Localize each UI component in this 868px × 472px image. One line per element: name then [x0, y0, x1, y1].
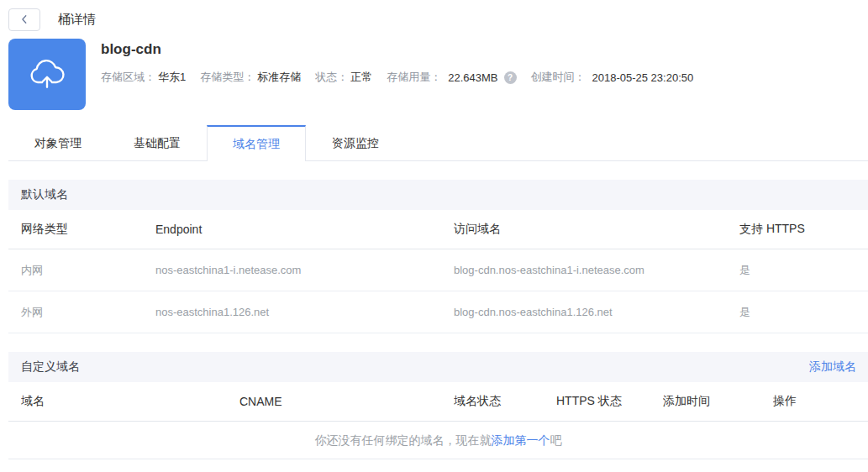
- tab-bar: 对象管理 基础配置 域名管理 资源监控: [8, 125, 868, 161]
- add-first-domain-link[interactable]: 添加第一个: [492, 433, 550, 447]
- col-actions: 操作: [773, 394, 868, 409]
- endpoint-value: nos-eastchina1-i.netease.com: [155, 264, 454, 276]
- custom-domain-table-header: 域名 CNAME 域名状态 HTTPS 状态 添加时间 操作: [8, 382, 868, 422]
- back-button[interactable]: [8, 8, 40, 31]
- default-domain-table: 网络类型 Endpoint 访问域名 支持 HTTPS 内网 nos-eastc…: [8, 210, 868, 333]
- top-bar: 桶详情: [8, 0, 868, 31]
- custom-domain-table: 域名 CNAME 域名状态 HTTPS 状态 添加时间 操作 你还没有任何绑定的…: [8, 382, 868, 459]
- access-domain-value: blog-cdn.nos-eastchina1-i.netease.com: [454, 264, 739, 276]
- network-type-value: 内网: [21, 263, 155, 278]
- table-row: 内网 nos-eastchina1-i.netease.com blog-cdn…: [8, 249, 868, 291]
- tab-domain-management[interactable]: 域名管理: [207, 125, 306, 161]
- col-domain-status: 域名状态: [454, 394, 556, 409]
- col-domain: 域名: [21, 394, 239, 409]
- add-domain-button[interactable]: 添加域名: [809, 359, 856, 375]
- default-domain-section-bar: 默认域名: [8, 180, 868, 210]
- col-cname: CNAME: [239, 395, 454, 408]
- empty-state: 你还没有任何绑定的域名，现在就添加第一个吧: [8, 422, 868, 459]
- tab-basic-config[interactable]: 基础配置: [108, 125, 207, 160]
- endpoint-value: nos-eastchina1.126.net: [155, 306, 454, 318]
- tab-object-management[interactable]: 对象管理: [8, 125, 108, 160]
- col-endpoint: Endpoint: [155, 223, 454, 236]
- bucket-meta: blog-cdn 存储区域： 华东1 存储类型： 标准存储 状态： 正常 存储用…: [101, 39, 708, 110]
- empty-state-text: 你还没有任何绑定的域名，现在就: [315, 433, 492, 447]
- bucket-detail-page: 桶详情 blog-cdn 存储区域： 华东1 存储类型： 标准存储: [8, 0, 868, 459]
- custom-domain-section-title: 自定义域名: [21, 359, 80, 375]
- https-support-value: 是: [739, 305, 868, 320]
- bucket-name: blog-cdn: [101, 39, 708, 60]
- col-access-domain: 访问域名: [454, 222, 739, 237]
- tab-resource-monitor[interactable]: 资源监控: [306, 125, 405, 160]
- default-domain-table-header: 网络类型 Endpoint 访问域名 支持 HTTPS: [8, 210, 868, 249]
- info-storage-region: 存储区域： 华东1: [101, 70, 186, 85]
- col-https-status: HTTPS 状态: [556, 394, 663, 409]
- info-storage-type: 存储类型： 标准存储: [200, 70, 301, 85]
- info-storage-usage: 存储用量： 22.643MB ?: [387, 70, 516, 85]
- info-status: 状态： 正常: [315, 70, 372, 85]
- https-support-value: 是: [739, 263, 868, 278]
- info-create-time: 创建时间： 2018-05-25 23:20:50: [531, 70, 694, 85]
- bucket-info-line: 存储区域： 华东1 存储类型： 标准存储 状态： 正常 存储用量： 22.643…: [101, 70, 708, 85]
- page-title: 桶详情: [58, 12, 96, 28]
- bucket-header: blog-cdn 存储区域： 华东1 存储类型： 标准存储 状态： 正常 存储用…: [8, 39, 868, 110]
- default-domain-section-title: 默认域名: [21, 187, 68, 202]
- table-row: 外网 nos-eastchina1.126.net blog-cdn.nos-e…: [8, 291, 868, 333]
- col-network-type: 网络类型: [21, 222, 155, 237]
- bucket-cloud-upload-icon: [8, 39, 86, 110]
- help-question-icon[interactable]: ?: [504, 71, 517, 84]
- network-type-value: 外网: [21, 305, 155, 320]
- col-https-support: 支持 HTTPS: [739, 222, 868, 237]
- empty-state-text-suffix: 吧: [550, 433, 562, 447]
- access-domain-value: blog-cdn.nos-eastchina1.126.net: [454, 306, 739, 318]
- chevron-left-icon: [18, 13, 30, 25]
- col-add-time: 添加时间: [663, 394, 773, 409]
- custom-domain-section-bar: 自定义域名 添加域名: [8, 352, 868, 382]
